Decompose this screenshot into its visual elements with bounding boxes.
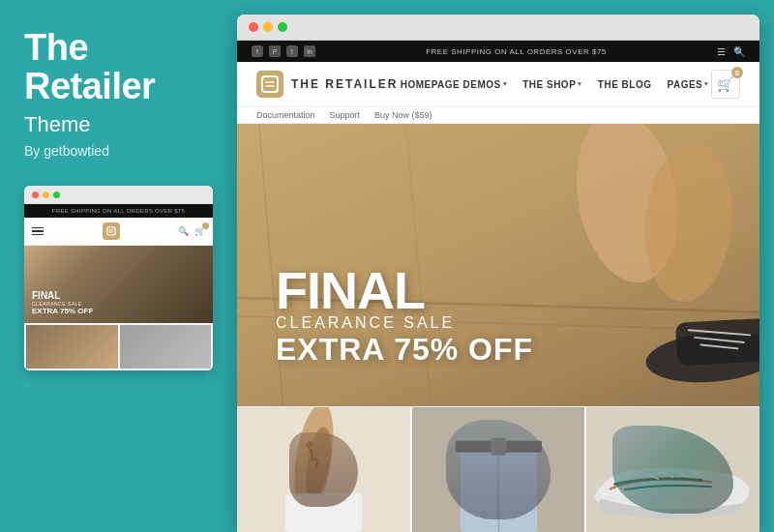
mini-logo-icon [103, 222, 120, 240]
mini-announcement-bar: FREE SHIPPING ON ALL ORDERS OVER $75 [24, 204, 213, 218]
mini-nav: 🔍 🛒 [24, 218, 213, 246]
browser-content: f P t in FREE SHIPPING ON ALL ORDERS OVE… [237, 41, 759, 532]
main-browser-window: f P t in FREE SHIPPING ON ALL ORDERS OVE… [237, 15, 759, 532]
mini-dot-red [32, 192, 39, 198]
nav-pages[interactable]: PAGES ▾ [668, 79, 709, 90]
linkedin-icon[interactable]: in [304, 45, 315, 57]
svg-rect-1 [262, 76, 278, 92]
chevron-down-icon-2: ▾ [578, 80, 582, 88]
browser-close-dot[interactable] [249, 22, 258, 32]
nav-the-shop[interactable]: THE SHOP ▾ [522, 79, 582, 90]
cart-count-badge: 0 [731, 67, 743, 78]
mini-dot-yellow [43, 192, 49, 198]
product-image-1 [237, 407, 410, 532]
mini-search-icon[interactable]: 🔍 [178, 226, 189, 236]
cart-button[interactable]: 🛒 0 [711, 70, 740, 99]
nav-right: 🛒 0 [711, 70, 740, 99]
sub-nav-support[interactable]: Support [330, 110, 361, 120]
announcement-bar: f P t in FREE SHIPPING ON ALL ORDERS OVE… [237, 41, 759, 62]
hero-section: FINAL CLEARANCE SALE EXTRA 75% OFF [237, 124, 759, 406]
mini-hamburger-icon[interactable] [32, 227, 44, 236]
mini-preview-window: FREE SHIPPING ON ALL ORDERS OVER $75 🔍 🛒 [24, 186, 213, 370]
browser-chrome [237, 15, 759, 41]
twitter-icon[interactable]: t [286, 45, 298, 57]
svg-rect-17 [412, 407, 585, 532]
left-panel: The Retailer Theme By getbowtied FREE SH… [0, 0, 237, 532]
mini-cart-badge [202, 222, 209, 229]
mini-products-row [24, 323, 213, 370]
nav-the-blog[interactable]: THE BLOG [598, 79, 652, 90]
main-navigation: THE RETAILER HOMEPAGE DEMOS ▾ THE SHOP ▾… [237, 62, 759, 107]
menu-icon[interactable]: ☰ [717, 46, 726, 57]
mini-dot-green [53, 192, 60, 198]
svg-rect-21 [491, 438, 506, 456]
header-search-icon[interactable]: 🔍 [733, 46, 745, 57]
hero-subtitle: CLEARANCE SALE [276, 314, 533, 332]
mini-hero: FINAL CLEARANCE SALE EXTRA 75% OFF [24, 246, 213, 323]
hero-content: FINAL CLEARANCE SALE EXTRA 75% OFF [276, 264, 533, 368]
header-right-icons: ☰ 🔍 [717, 46, 745, 57]
svg-rect-20 [455, 441, 541, 453]
svg-rect-16 [285, 493, 362, 532]
product-image-3 [586, 407, 759, 532]
svg-rect-18 [460, 446, 536, 532]
nav-logo: THE RETAILER [256, 71, 398, 98]
pinterest-icon[interactable]: P [269, 45, 281, 57]
mini-nav-icons: 🔍 🛒 [178, 226, 205, 236]
product-image-2 [412, 407, 585, 532]
product-card-3[interactable] [586, 407, 759, 532]
chevron-down-icon-3: ▾ [704, 80, 709, 88]
sub-nav-documentation[interactable]: Documentation [256, 110, 315, 120]
nav-homepage-demos[interactable]: HOMEPAGE DEMOS ▾ [401, 79, 508, 90]
facebook-icon[interactable]: f [252, 45, 263, 57]
svg-point-15 [307, 441, 313, 447]
product-card-1[interactable] [237, 407, 410, 532]
social-icons-group: f P t in [252, 45, 315, 57]
svg-point-14 [302, 426, 336, 505]
product-row [237, 406, 759, 532]
nav-links: HOMEPAGE DEMOS ▾ THE SHOP ▾ THE BLOG PAG… [401, 79, 709, 90]
theme-title: The Retailer Theme By getbowtied [24, 29, 213, 186]
hero-offer: EXTRA 75% OFF [276, 332, 533, 368]
mini-product-2 [120, 325, 212, 369]
svg-rect-11 [675, 318, 759, 367]
chevron-down-icon: ▾ [503, 80, 508, 88]
browser-minimize-dot[interactable] [263, 22, 273, 32]
sub-navigation-bar: Documentation Support Buy Now ($59) [237, 107, 759, 124]
sub-nav-buy-now[interactable]: Buy Now ($59) [374, 110, 432, 120]
svg-rect-0 [107, 227, 115, 235]
product-card-2[interactable] [410, 407, 587, 532]
mini-product-1 [26, 325, 118, 369]
mini-cart-icon[interactable]: 🛒 [194, 226, 205, 236]
logo-icon [256, 71, 283, 98]
logo-text: THE RETAILER [291, 77, 398, 91]
mini-browser-chrome [24, 186, 213, 204]
browser-maximize-dot[interactable] [278, 22, 287, 32]
hero-title: FINAL [276, 264, 533, 316]
